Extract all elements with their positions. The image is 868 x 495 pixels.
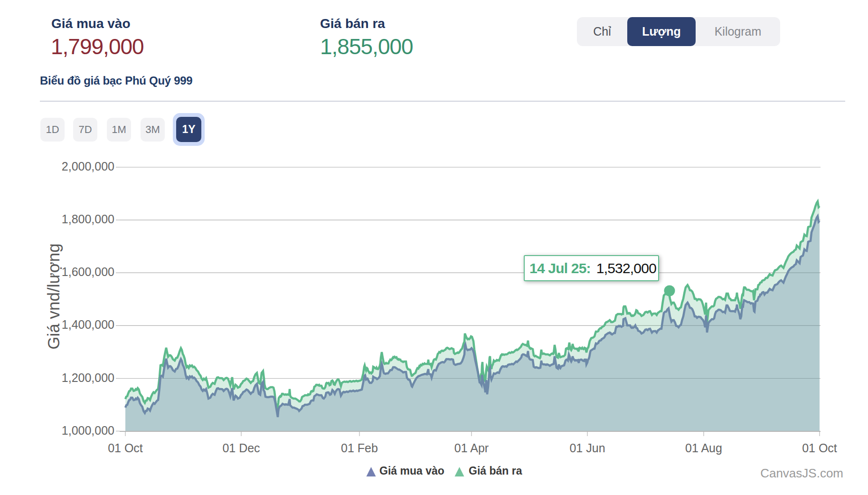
svg-text:01 Feb: 01 Feb [341, 441, 378, 455]
svg-text:2,000,000: 2,000,000 [62, 160, 114, 173]
svg-text:01 Aug: 01 Aug [685, 441, 722, 455]
svg-text:Giá bán ra: Giá bán ra [469, 465, 522, 477]
svg-text:CanvasJS.com: CanvasJS.com [760, 466, 843, 480]
svg-text:01 Apr: 01 Apr [454, 441, 489, 455]
svg-text:01 Oct: 01 Oct [108, 441, 143, 455]
svg-text:1,600,000: 1,600,000 [62, 265, 114, 278]
svg-text:Giá mua vào: Giá mua vào [379, 465, 444, 477]
svg-text:01 Oct: 01 Oct [802, 441, 837, 455]
svg-text:1,800,000: 1,800,000 [62, 212, 114, 226]
svg-text:01 Dec: 01 Dec [222, 441, 260, 455]
svg-text:01 Jun: 01 Jun [569, 441, 605, 455]
svg-text:1,000,000: 1,000,000 [62, 424, 114, 437]
svg-text:1,400,000: 1,400,000 [62, 318, 114, 331]
svg-text:Giá vnd/lượng: Giá vnd/lượng [44, 243, 63, 349]
svg-text:1,200,000: 1,200,000 [62, 371, 114, 384]
